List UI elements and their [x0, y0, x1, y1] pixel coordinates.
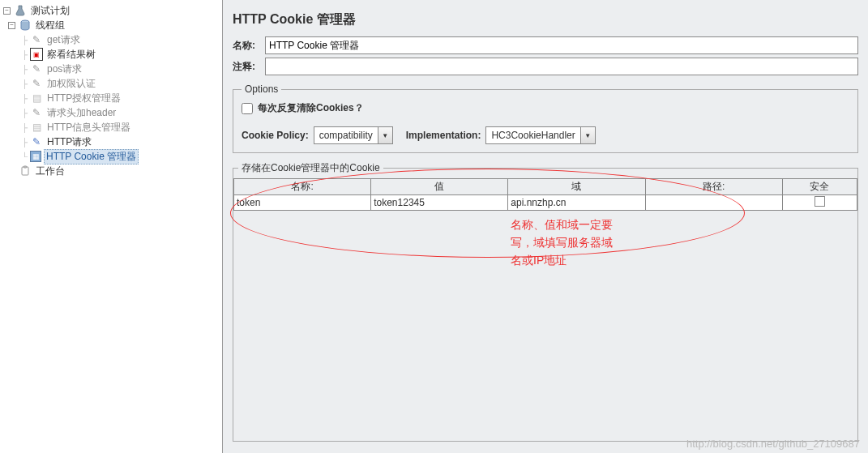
results-tree-icon: ▣	[30, 48, 43, 61]
clipboard-icon	[19, 165, 32, 177]
name-input[interactable]	[265, 36, 858, 54]
tree-item-label: HTTP请求	[45, 135, 93, 149]
config-icon: ▤	[30, 121, 43, 134]
cell-path[interactable]	[645, 195, 782, 211]
tree-item-label: get请求	[45, 33, 82, 47]
tree-item-label: HTTP授权管理器	[45, 92, 122, 105]
clear-cookies-label: 每次反复清除Cookies？	[258, 101, 364, 115]
comment-label: 注释:	[233, 60, 265, 74]
tree-workbench[interactable]: 工作台	[0, 164, 222, 178]
tree-item-get[interactable]: ├ ✎ get请求	[0, 32, 222, 47]
col-name[interactable]: 名称:	[234, 179, 371, 195]
tree-item-label: pos请求	[45, 62, 83, 76]
tree-thread-group[interactable]: − 线程组	[0, 18, 222, 32]
tree-item-auth[interactable]: ├ ✎ 加权限认证	[0, 76, 222, 91]
tree-root[interactable]: − 测试计划	[0, 3, 222, 18]
tree-item-label: 加权限认证	[45, 77, 97, 91]
annotation-text: 名称、值和域一定要 写，域填写服务器域 名或IP地址	[511, 216, 613, 269]
tree-workbench-label: 工作台	[34, 165, 66, 178]
tree-panel: − 测试计划 − 线程组 ├ ✎ get请求 ├ ▣ 察看结果树 ├ ✎ pos…	[0, 0, 223, 453]
cell-value[interactable]: token12345	[371, 195, 508, 211]
storage-fieldset: 存储在Cookie管理器中的Cookie 名称: 值 域 路径: 安全 toke…	[233, 161, 858, 442]
chevron-down-icon[interactable]: ▼	[580, 127, 595, 143]
name-label: 名称:	[233, 39, 265, 53]
tree-item-results[interactable]: ├ ▣ 察看结果树	[0, 47, 222, 62]
col-safe[interactable]: 安全	[782, 179, 857, 195]
cookie-policy-value: compatibility	[314, 130, 378, 141]
tree-line: ├	[19, 94, 30, 103]
clear-cookies-checkbox[interactable]	[242, 103, 253, 114]
syringe-icon: ✎	[30, 135, 43, 148]
watermark: http://blog.csdn.net/github_27109687	[686, 438, 860, 450]
tree-item-pos[interactable]: ├ ✎ pos请求	[0, 62, 222, 76]
tree-item-http-request[interactable]: ├ ✎ HTTP请求	[0, 135, 222, 149]
cookie-policy-select[interactable]: compatibility ▼	[314, 126, 393, 144]
options-legend: Options	[242, 83, 281, 95]
tree-line: ├	[19, 79, 30, 88]
tree-root-label: 测试计划	[29, 4, 71, 18]
eyedropper-icon: ✎	[30, 77, 43, 90]
tree-item-label: 请求头加header	[45, 106, 118, 120]
tree-line: ├	[19, 65, 30, 74]
tree-item-label: HTTP Cookie 管理器	[44, 149, 139, 165]
col-domain[interactable]: 域	[508, 179, 645, 195]
tree-item-label: 察看结果树	[45, 48, 97, 62]
chevron-down-icon[interactable]: ▼	[378, 127, 392, 143]
cell-name[interactable]: token	[234, 195, 371, 211]
comment-input[interactable]	[265, 58, 858, 75]
table-header-row: 名称: 值 域 路径: 安全	[234, 179, 857, 195]
flask-icon	[14, 4, 27, 17]
tree-line: ├	[19, 123, 30, 132]
implementation-value: HC3CookieHandler	[486, 130, 579, 141]
options-fieldset: Options 每次反复清除Cookies？ Cookie Policy: co…	[233, 83, 858, 153]
cell-safe[interactable]	[782, 195, 857, 211]
spool-icon	[19, 19, 32, 32]
cookie-policy-label: Cookie Policy:	[242, 130, 309, 141]
tree-line: └	[19, 152, 30, 161]
col-value[interactable]: 值	[371, 179, 508, 195]
tree-thread-group-label: 线程组	[34, 19, 66, 32]
col-path[interactable]: 路径:	[645, 179, 782, 195]
cell-domain[interactable]: api.nnzhp.cn	[508, 195, 645, 211]
tree-item-http-auth[interactable]: ├ ▤ HTTP授权管理器	[0, 91, 222, 105]
collapse-icon[interactable]: −	[8, 22, 15, 29]
tree-item-cookie-mgr[interactable]: └ ▦ HTTP Cookie 管理器	[0, 149, 222, 164]
tree-line: ├	[19, 138, 30, 147]
cookie-table[interactable]: 名称: 值 域 路径: 安全 token token12345 api.nnzh…	[233, 178, 857, 211]
safe-checkbox[interactable]	[815, 196, 825, 207]
tree-item-header[interactable]: ├ ✎ 请求头加header	[0, 105, 222, 120]
tree-line: ├	[19, 36, 30, 45]
config-icon: ▤	[30, 92, 43, 105]
cookie-icon: ▦	[30, 151, 41, 162]
tree-item-label: HTTP信息头管理器	[45, 121, 132, 135]
content-panel: HTTP Cookie 管理器 名称: 注释: Options 每次反复清除Co…	[223, 0, 868, 453]
tree-line: ├	[19, 50, 30, 59]
panel-title: HTTP Cookie 管理器	[233, 11, 858, 28]
svg-rect-2	[24, 166, 27, 168]
eyedropper-icon: ✎	[30, 33, 43, 46]
eyedropper-icon: ✎	[30, 106, 43, 119]
tree-item-header-mgr[interactable]: ├ ▤ HTTP信息头管理器	[0, 120, 222, 135]
eyedropper-icon: ✎	[30, 62, 43, 75]
implementation-select[interactable]: HC3CookieHandler ▼	[485, 126, 595, 144]
collapse-icon[interactable]: −	[3, 7, 11, 15]
table-row[interactable]: token token12345 api.nnzhp.cn	[234, 195, 857, 211]
tree-line: ├	[19, 109, 30, 118]
implementation-label: Implementation:	[406, 130, 481, 141]
storage-legend: 存储在Cookie管理器中的Cookie	[238, 161, 383, 175]
